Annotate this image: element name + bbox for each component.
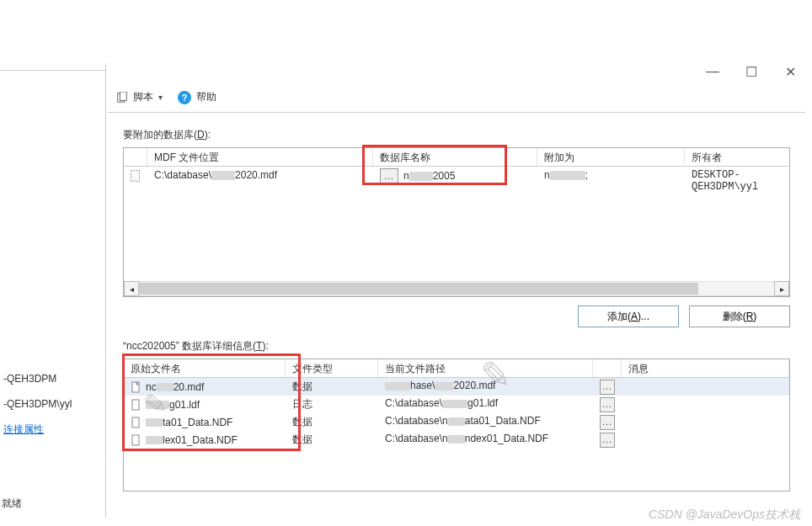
cell-path[interactable]: C:\database\nndex01_Data.NDF: [378, 431, 593, 449]
cell-mdf-location: C:\database\2020.mdf: [147, 167, 373, 185]
file-icon: [131, 381, 142, 393]
scroll-thumb[interactable]: [139, 283, 698, 295]
maximize-button[interactable]: ☐: [745, 64, 758, 80]
file-icon: [131, 417, 142, 428]
connection-properties-link[interactable]: 连接属性: [3, 417, 102, 442]
cell-filename: nc20.mdf: [124, 378, 286, 396]
login-name: -QEH3DPM\yyl: [3, 391, 102, 417]
remove-button[interactable]: 删除(R): [689, 306, 790, 327]
col-mdf-location[interactable]: MDF 文件位置: [147, 148, 373, 166]
close-button[interactable]: ✕: [783, 64, 797, 80]
cell-path[interactable]: C:\database\nata01_Data.NDF: [378, 413, 593, 431]
row-selector-icon[interactable]: [131, 170, 140, 182]
scroll-right-button[interactable]: ▸: [774, 281, 789, 296]
button-row: 添加(A)... 删除(R): [123, 306, 790, 327]
scroll-track[interactable]: [139, 281, 774, 296]
cell-filetype: 数据: [286, 431, 378, 449]
db-details-label: “ncc202005” 数据库详细信息(T):: [123, 339, 790, 353]
browse-button[interactable]: ...: [600, 397, 615, 412]
window-controls: — ☐ ✕: [706, 64, 797, 80]
attach-db-label: 要附加的数据库(D):: [123, 128, 790, 142]
cell-filetype: 数据: [286, 378, 378, 396]
cell-filetype: 日志: [286, 396, 378, 413]
table-row[interactable]: g01.ldf 日志 C:\database\g01.ldf ...: [124, 396, 789, 413]
table-row[interactable]: ta01_Data.NDF 数据 C:\database\nata01_Data…: [124, 413, 789, 431]
toolbar: 脚本 ▾ ? 帮助: [108, 82, 805, 113]
minimize-button[interactable]: —: [706, 64, 719, 80]
svg-rect-1: [120, 92, 126, 101]
cell-owner: DESKTOP-QEH3DPM\yyl: [685, 167, 789, 185]
cell-db-name[interactable]: ... n2005: [373, 167, 537, 185]
table-row[interactable]: C:\database\2020.mdf ... n2005 n; DESKTO…: [124, 167, 789, 185]
server-name: -QEH3DPM: [3, 366, 102, 391]
help-menu[interactable]: 帮助: [196, 90, 216, 104]
grid-header-row: 原始文件名 文件类型 当前文件路径 消息: [124, 359, 789, 378]
browse-button[interactable]: ...: [380, 168, 398, 183]
file-icon: [131, 434, 142, 446]
table-row[interactable]: nc20.mdf 数据 hase\2020.mdf ...: [124, 378, 789, 396]
browse-button[interactable]: ...: [600, 380, 615, 395]
horizontal-scrollbar[interactable]: ◂ ▸: [124, 281, 789, 296]
main-panel: 脚本 ▾ ? 帮助 要附加的数据库(D): MDF 文件位置 数据库名称 附加为…: [108, 82, 805, 518]
cell-filename: g01.ldf: [124, 396, 286, 413]
col-owner[interactable]: 所有者: [685, 148, 789, 166]
svg-rect-3: [132, 400, 139, 410]
svg-rect-4: [132, 417, 139, 428]
cell-path[interactable]: hase\2020.mdf: [378, 378, 593, 396]
svg-rect-5: [132, 435, 139, 445]
browse-button[interactable]: ...: [600, 415, 615, 430]
col-db-name[interactable]: 数据库名称: [373, 148, 537, 166]
cell-path[interactable]: C:\database\g01.ldf: [378, 396, 593, 413]
col-message[interactable]: 消息: [622, 359, 789, 377]
col-original-filename[interactable]: 原始文件名: [124, 359, 286, 377]
help-icon: ?: [178, 91, 191, 104]
file-icon: [131, 399, 142, 411]
grid-header-row: MDF 文件位置 数据库名称 附加为 所有者: [124, 148, 789, 167]
browse-button[interactable]: ...: [600, 433, 615, 448]
table-row[interactable]: lex01_Data.NDF 数据 C:\database\nndex01_Da…: [124, 431, 789, 449]
col-file-type[interactable]: 文件类型: [286, 359, 378, 377]
col-attach-as[interactable]: 附加为: [537, 148, 685, 166]
add-button[interactable]: 添加(A)...: [578, 306, 679, 327]
chevron-down-icon[interactable]: ▾: [158, 93, 163, 102]
scroll-left-button[interactable]: ◂: [124, 281, 139, 296]
script-icon: [116, 92, 128, 104]
col-current-path[interactable]: 当前文件路径: [378, 359, 593, 377]
db-details-grid[interactable]: 原始文件名 文件类型 当前文件路径 消息 nc20.mdf 数据 hase\20…: [123, 359, 790, 491]
cell-attach-as[interactable]: n;: [537, 167, 685, 185]
cell-filename: ta01_Data.NDF: [124, 413, 286, 431]
cell-filename: lex01_Data.NDF: [124, 431, 286, 449]
databases-to-attach-grid[interactable]: MDF 文件位置 数据库名称 附加为 所有者 C:\database\2020.…: [123, 147, 790, 297]
left-sidebar: -QEH3DPM -QEH3DPM\yyl 连接属性 就绪: [0, 63, 106, 518]
status-ready: 就绪: [2, 497, 22, 511]
script-menu[interactable]: 脚本: [133, 90, 153, 104]
cell-filetype: 数据: [286, 413, 378, 431]
